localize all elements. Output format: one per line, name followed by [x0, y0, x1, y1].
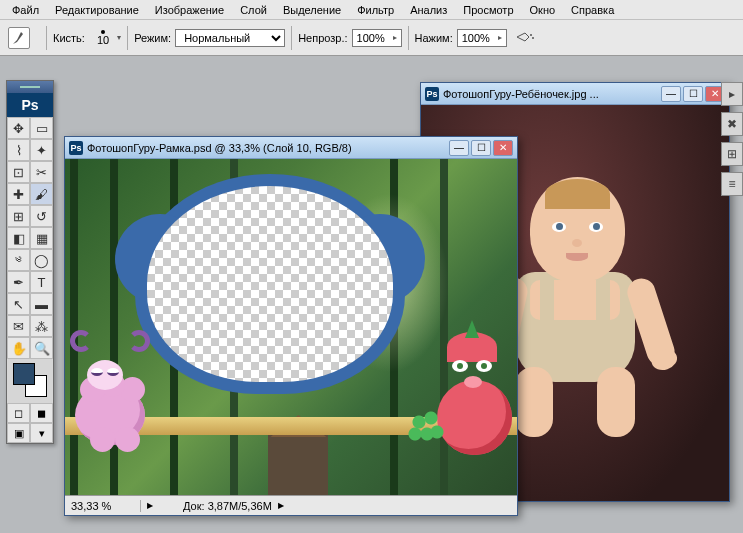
screen-mode-menu-icon[interactable]: ▾ — [30, 423, 53, 443]
menu-image[interactable]: Изображение — [147, 2, 232, 18]
svg-point-0 — [530, 34, 532, 36]
house-graphic — [268, 435, 328, 495]
eraser-tool[interactable]: ◧ — [7, 227, 30, 249]
menu-filter[interactable]: Фильтр — [349, 2, 402, 18]
options-bar: Кисть: 10 ▾ Режим: Нормальный Непрозр.: … — [0, 20, 743, 56]
status-bar: 33,33 % ▶ Док: 3,87M/5,36M ▶ — [65, 495, 517, 515]
notes-tool[interactable]: ✉ — [7, 315, 30, 337]
opacity-label: Непрозр.: — [298, 32, 347, 44]
menu-view[interactable]: Просмотр — [455, 2, 521, 18]
transparent-area — [147, 186, 393, 382]
lasso-tool[interactable]: ⌇ — [7, 139, 30, 161]
titlebar[interactable]: Ps ФотошопГуру-Ребёночек.jpg ... — ☐ ✕ — [421, 83, 729, 105]
dock-tab-2[interactable]: ✖ — [721, 112, 743, 136]
pig-character — [422, 340, 517, 460]
opacity-input[interactable]: 100%▸ — [352, 29, 402, 47]
menu-window[interactable]: Окно — [522, 2, 564, 18]
eyedropper-tool[interactable]: ⁂ — [30, 315, 53, 337]
crop-tool[interactable]: ⊡ — [7, 161, 30, 183]
ps-logo: Ps — [7, 93, 53, 117]
menu-layer[interactable]: Слой — [232, 2, 275, 18]
dock-tab-1[interactable]: ▸ — [721, 82, 743, 106]
doc-size[interactable]: Док: 3,87M/5,36M — [153, 500, 272, 512]
wand-tool[interactable]: ✦ — [30, 139, 53, 161]
airbrush-icon[interactable] — [515, 29, 535, 47]
standard-mode-icon[interactable]: ◻ — [7, 403, 30, 423]
color-swatches[interactable] — [7, 359, 53, 403]
minimize-button[interactable]: — — [661, 86, 681, 102]
mode-label: Режим: — [134, 32, 171, 44]
gradient-tool[interactable]: ▦ — [30, 227, 53, 249]
blur-tool[interactable]: ༄ — [7, 249, 30, 271]
menu-file[interactable]: Файл — [4, 2, 47, 18]
brush-tool-icon[interactable] — [8, 27, 30, 49]
document-window-frame[interactable]: Ps ФотошопГуру-Рамка.psd @ 33,3% (Слой 1… — [64, 136, 518, 516]
ps-file-icon: Ps — [69, 141, 83, 155]
menu-edit[interactable]: Редактирование — [47, 2, 147, 18]
minimize-button[interactable]: — — [449, 140, 469, 156]
screen-mode-icon[interactable]: ▣ — [7, 423, 30, 443]
maximize-button[interactable]: ☐ — [471, 140, 491, 156]
close-button[interactable]: ✕ — [493, 140, 513, 156]
history-brush-tool[interactable]: ↺ — [30, 205, 53, 227]
separator — [291, 26, 292, 50]
type-tool[interactable]: T — [30, 271, 53, 293]
marquee-tool[interactable]: ▭ — [30, 117, 53, 139]
tools-panel: Ps ✥ ▭ ⌇ ✦ ⊡ ✂ ✚ 🖌 ⊞ ↺ ◧ ▦ ༄ ◯ ✒ T ↖ ▬ ✉… — [6, 80, 54, 444]
sheep-character — [65, 345, 155, 455]
flow-label: Нажим: — [415, 32, 453, 44]
zoom-tool[interactable]: 🔍 — [30, 337, 53, 359]
right-dock: ▸ ✖ ⊞ ≡ — [721, 82, 743, 202]
move-tool[interactable]: ✥ — [7, 117, 30, 139]
svg-point-1 — [532, 37, 534, 39]
window-title: ФотошопГуру-Ребёночек.jpg ... — [443, 88, 661, 100]
brush-label: Кисть: — [53, 32, 85, 44]
separator — [46, 26, 47, 50]
canvas[interactable] — [65, 159, 517, 495]
blend-mode-select[interactable]: Нормальный — [175, 29, 285, 47]
maximize-button[interactable]: ☐ — [683, 86, 703, 102]
menu-analysis[interactable]: Анализ — [402, 2, 455, 18]
bouquet-icon — [407, 410, 447, 450]
foreground-color[interactable] — [13, 363, 35, 385]
panel-grip[interactable] — [7, 81, 53, 93]
flow-input[interactable]: 100%▸ — [457, 29, 507, 47]
dodge-tool[interactable]: ◯ — [30, 249, 53, 271]
path-tool[interactable]: ↖ — [7, 293, 30, 315]
titlebar[interactable]: Ps ФотошопГуру-Рамка.psd @ 33,3% (Слой 1… — [65, 137, 517, 159]
brush-tool[interactable]: 🖌 — [30, 183, 53, 205]
separator — [127, 26, 128, 50]
menu-select[interactable]: Выделение — [275, 2, 349, 18]
menu-help[interactable]: Справка — [563, 2, 622, 18]
cloud-frame — [135, 174, 405, 394]
quickmask-mode-icon[interactable]: ◼ — [30, 403, 53, 423]
brush-size-value: 10 — [97, 34, 109, 46]
separator — [408, 26, 409, 50]
brush-preset-picker[interactable]: 10 — [97, 30, 109, 46]
menu-bar: Файл Редактирование Изображение Слой Выд… — [0, 0, 743, 20]
brush-dropdown-icon[interactable]: ▾ — [117, 33, 121, 42]
dock-tab-4[interactable]: ≡ — [721, 172, 743, 196]
status-menu-icon[interactable]: ▶ — [278, 501, 284, 510]
dock-tab-3[interactable]: ⊞ — [721, 142, 743, 166]
stamp-tool[interactable]: ⊞ — [7, 205, 30, 227]
zoom-level[interactable]: 33,33 % — [71, 500, 141, 512]
slice-tool[interactable]: ✂ — [30, 161, 53, 183]
ps-file-icon: Ps — [425, 87, 439, 101]
pen-tool[interactable]: ✒ — [7, 271, 30, 293]
window-title: ФотошопГуру-Рамка.psd @ 33,3% (Слой 10, … — [87, 142, 449, 154]
heal-tool[interactable]: ✚ — [7, 183, 30, 205]
hand-tool[interactable]: ✋ — [7, 337, 30, 359]
shape-tool[interactable]: ▬ — [30, 293, 53, 315]
